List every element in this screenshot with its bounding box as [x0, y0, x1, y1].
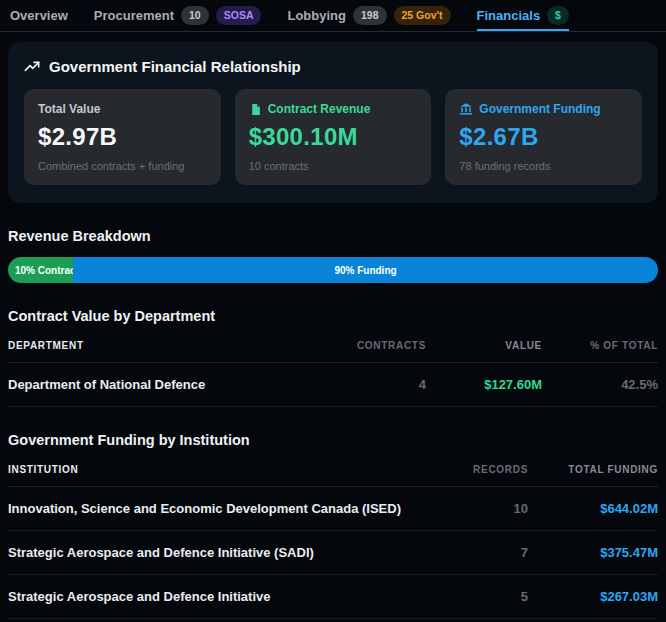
revenue-breakdown-bar: 10% Contracts 90% Funding: [8, 257, 658, 283]
tab-bar: Overview Procurement 10 SOSA Lobbying 19…: [0, 0, 666, 32]
stat-cards: Total Value $2.97B Combined contracts + …: [24, 89, 642, 185]
total-funding-value: $375.47M: [528, 545, 658, 560]
contract-value: $127.60M: [426, 377, 542, 392]
revenue-breakdown-title: Revenue Breakdown: [8, 228, 658, 244]
col-value: Value: [426, 340, 542, 351]
total-value-amount: $2.97B: [38, 123, 207, 151]
bank-icon: [459, 102, 473, 116]
funding-table-header: Institution Records Total Funding: [8, 448, 658, 487]
panel-header: Government Financial Relationship: [24, 58, 642, 75]
government-funding-label-row: Government Funding: [459, 102, 628, 116]
contracts-table-header: Department Contracts Value % of Total: [8, 324, 658, 363]
funding-table-title: Government Funding by Institution: [8, 432, 658, 448]
col-contracts: Contracts: [336, 340, 426, 351]
institution-name: Strategic Aerospace and Defence Initiati…: [8, 545, 408, 560]
funding-segment: 90% Funding: [73, 257, 658, 283]
col-department: Department: [8, 340, 336, 351]
govt-count-badge: 25 Gov't: [394, 6, 451, 25]
tab-financials[interactable]: Financials $: [477, 0, 569, 31]
revenue-breakdown-section: Revenue Breakdown 10% Contracts 90% Fund…: [0, 228, 666, 283]
col-institution: Institution: [8, 464, 408, 475]
contract-revenue-label: Contract Revenue: [268, 102, 371, 116]
tab-lobbying-label: Lobbying: [287, 8, 346, 23]
contracts-table-title: Contract Value by Department: [8, 308, 658, 324]
contract-revenue-amount: $300.10M: [249, 123, 418, 151]
col-pct-of-total: % of Total: [542, 340, 658, 351]
dollar-badge: $: [547, 6, 569, 25]
total-value-sub: Combined contracts + funding: [38, 160, 207, 172]
contract-revenue-sub: 10 contracts: [249, 160, 418, 172]
total-funding-value: $644.02M: [528, 501, 658, 516]
total-value-card: Total Value $2.97B Combined contracts + …: [24, 89, 221, 185]
government-funding-label: Government Funding: [479, 102, 600, 116]
records-count: 7: [408, 545, 528, 560]
government-funding-card: Government Funding $2.67B 78 funding rec…: [445, 89, 642, 185]
department-name: Department of National Defence: [8, 377, 336, 392]
tab-procurement[interactable]: Procurement 10 SOSA: [94, 0, 262, 31]
contracts-segment: 10% Contracts: [8, 257, 73, 283]
trending-up-icon: [24, 59, 40, 75]
records-count: 10: [408, 501, 528, 516]
contract-revenue-label-row: Contract Revenue: [249, 102, 418, 116]
tab-overview-label: Overview: [10, 8, 68, 23]
col-total-funding: Total Funding: [528, 464, 658, 475]
government-funding-sub: 78 funding records: [459, 160, 628, 172]
funding-by-institution-section: Government Funding by Institution Instit…: [0, 432, 666, 619]
records-count: 5: [408, 589, 528, 604]
tab-procurement-label: Procurement: [94, 8, 174, 23]
table-row: Strategic Aerospace and Defence Initiati…: [8, 575, 658, 619]
tab-lobbying[interactable]: Lobbying 198 25 Gov't: [287, 0, 450, 31]
contracts-count: 4: [336, 377, 426, 392]
panel-title: Government Financial Relationship: [49, 58, 301, 75]
total-funding-value: $267.03M: [528, 589, 658, 604]
tab-financials-label: Financials: [477, 8, 541, 23]
table-row: Strategic Aerospace and Defence Initiati…: [8, 531, 658, 575]
pct-of-total: 42.5%: [542, 377, 658, 392]
lobbying-count-badge: 198: [353, 6, 387, 25]
document-icon: [249, 103, 262, 116]
procurement-count-badge: 10: [181, 6, 209, 25]
table-row: Innovation, Science and Economic Develop…: [8, 487, 658, 531]
government-funding-amount: $2.67B: [459, 123, 628, 151]
tab-overview[interactable]: Overview: [10, 0, 68, 31]
col-records: Records: [408, 464, 528, 475]
institution-name: Innovation, Science and Economic Develop…: [8, 501, 408, 516]
contracts-by-department-section: Contract Value by Department Department …: [0, 308, 666, 407]
sosa-badge: SOSA: [216, 6, 262, 25]
table-row: Department of National Defence 4 $127.60…: [8, 363, 658, 407]
institution-name: Strategic Aerospace and Defence Initiati…: [8, 589, 408, 604]
financial-relationship-panel: Government Financial Relationship Total …: [8, 42, 658, 203]
contract-revenue-card: Contract Revenue $300.10M 10 contracts: [235, 89, 432, 185]
total-value-label: Total Value: [38, 102, 207, 116]
